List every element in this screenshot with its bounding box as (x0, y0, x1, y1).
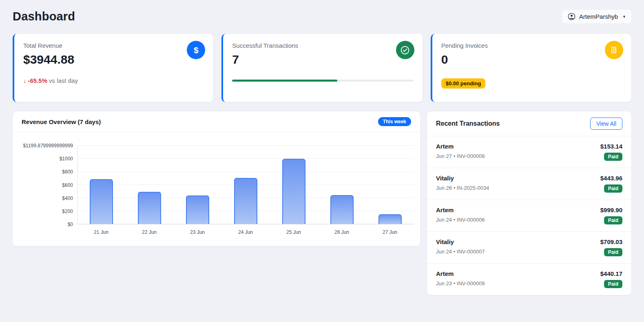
user-menu-button[interactable]: ArtemParshyb ▼ (562, 10, 631, 23)
transaction-amount: $440.17 (600, 270, 622, 277)
chevron-down-icon: ▼ (622, 15, 626, 19)
total-revenue-value: $3944.88 (23, 53, 204, 67)
page-title: Dashboard (13, 10, 75, 23)
x-tick-label: 22 Jun (125, 229, 173, 235)
pending-invoices-card: Pending Invoices 0 $0.00 pending (431, 34, 631, 102)
revenue-bar-chart: $0$200$400$600$800$1000$1199.87999999999… (17, 146, 414, 235)
y-tick-label: $600 (62, 182, 73, 188)
status-badge: Paid (604, 153, 622, 161)
x-tick-label: 21 Jun (77, 229, 125, 235)
transaction-meta: Jun 23 • INV-000009 (436, 280, 485, 286)
revenue-delta: ↓-65.5%vs last day (23, 77, 204, 84)
stat-label: Successful Transactions (232, 42, 413, 49)
status-badge: Paid (604, 280, 622, 288)
bar-25-jun (282, 159, 305, 224)
transaction-meta: Jun 24 • INV-000006 (436, 217, 485, 223)
transactions-header: Recent Transactions View All (427, 111, 631, 136)
stat-label: Pending Invoices (441, 42, 622, 49)
transaction-row[interactable]: VitaliyJun 26 • IN-2025-0034$443.96Paid (427, 168, 631, 200)
bar-column (318, 146, 366, 224)
bar-column (174, 146, 222, 224)
bar-21-jun (90, 179, 113, 224)
bars-layer (77, 146, 414, 224)
pending-amount-badge: $0.00 pending (441, 78, 486, 89)
receipt-icon (605, 41, 623, 59)
transaction-name: Vitaliy (436, 175, 489, 182)
revenue-chart-card: Revenue Overview (7 days) This week $0$2… (13, 111, 420, 246)
person-circle-icon (568, 13, 575, 20)
pending-invoices-value: 0 (441, 53, 622, 67)
arrow-down-icon: ↓ (23, 77, 27, 84)
dashboard-page: Dashboard ArtemParshyb ▼ Total Revenue $… (0, 0, 644, 305)
x-tick-label: 27 Jun (366, 229, 414, 235)
this-week-badge: This week (378, 117, 411, 126)
transactions-progress (232, 80, 413, 82)
bar-24-jun (234, 178, 257, 224)
x-tick-label: 23 Jun (173, 229, 221, 235)
transaction-row[interactable]: ArtemJun 27 • INV-000008$153.14Paid (427, 136, 631, 168)
y-tick-label: $800 (62, 169, 73, 175)
delta-percent: -65.5% (28, 77, 48, 84)
transaction-amount: $709.03 (600, 238, 622, 245)
check-circle-icon (396, 41, 414, 59)
chart-header: Revenue Overview (7 days) This week (13, 111, 420, 132)
transactions-progress-fill (232, 80, 337, 82)
delta-suffix: vs last day (49, 77, 78, 84)
bar-column (222, 146, 270, 224)
bar-column (366, 146, 414, 224)
transaction-meta: Jun 27 • INV-000008 (436, 153, 485, 159)
transaction-name: Artem (436, 207, 485, 213)
transaction-amount: $153.14 (600, 143, 622, 150)
chart-title: Revenue Overview (7 days) (22, 118, 101, 125)
topbar: Dashboard ArtemParshyb ▼ (13, 10, 631, 23)
transaction-row[interactable]: VitaliyJun 24 • INV-000007$709.03Paid (427, 231, 631, 263)
transaction-name: Artem (436, 143, 485, 150)
transaction-name: Vitaliy (436, 238, 485, 245)
bar-column (126, 146, 174, 224)
user-name: ArtemParshyb (579, 13, 618, 20)
chart-plot (77, 146, 414, 224)
bar-27-jun (378, 214, 402, 224)
status-badge: Paid (604, 184, 622, 193)
bar-column (270, 146, 318, 224)
transaction-row[interactable]: ArtemJun 23 • INV-000009$440.17Paid (427, 263, 631, 295)
total-revenue-card: Total Revenue $3944.88 ↓-65.5%vs last da… (13, 34, 213, 102)
y-tick-label: $1199.8799999999999 (23, 143, 73, 149)
x-tick-label: 25 Jun (270, 229, 318, 235)
stats-row: Total Revenue $3944.88 ↓-65.5%vs last da… (13, 34, 631, 102)
x-tick-label: 26 Jun (318, 229, 366, 235)
status-badge: Paid (604, 248, 622, 256)
transaction-amount: $443.96 (600, 175, 622, 182)
transaction-meta: Jun 26 • IN-2025-0034 (436, 185, 489, 191)
recent-transactions-card: Recent Transactions View All ArtemJun 27… (427, 111, 631, 295)
stat-label: Total Revenue (23, 42, 204, 49)
y-tick-label: $400 (62, 195, 73, 201)
bar-23-jun (186, 195, 209, 224)
bar-column (77, 146, 126, 224)
status-badge: Paid (604, 216, 622, 224)
transaction-amount: $999.90 (600, 207, 622, 213)
successful-transactions-card: Successful Transactions 7 (221, 34, 422, 102)
bar-26-jun (330, 195, 354, 224)
view-all-button[interactable]: View All (590, 118, 622, 130)
x-tick-label: 24 Jun (221, 229, 270, 235)
main-row: Revenue Overview (7 days) This week $0$2… (13, 111, 631, 295)
transactions-count-value: 7 (232, 53, 413, 67)
chart-y-axis: $0$200$400$600$800$1000$1199.87999999999… (17, 146, 77, 224)
transaction-meta: Jun 24 • INV-000007 (436, 249, 485, 255)
chart-body: $0$200$400$600$800$1000$1199.87999999999… (13, 132, 420, 235)
chart-x-axis: 21 Jun22 Jun23 Jun24 Jun25 Jun26 Jun27 J… (77, 229, 414, 235)
transaction-name: Artem (436, 270, 485, 277)
y-tick-label: $200 (62, 209, 73, 214)
y-tick-label: $1000 (60, 156, 73, 162)
bar-22-jun (138, 192, 161, 224)
transactions-list: ArtemJun 27 • INV-000008$153.14PaidVital… (427, 136, 631, 295)
transactions-title: Recent Transactions (436, 120, 500, 127)
transaction-row[interactable]: ArtemJun 24 • INV-000006$999.90Paid (427, 200, 631, 231)
y-tick-label: $0 (68, 222, 73, 227)
